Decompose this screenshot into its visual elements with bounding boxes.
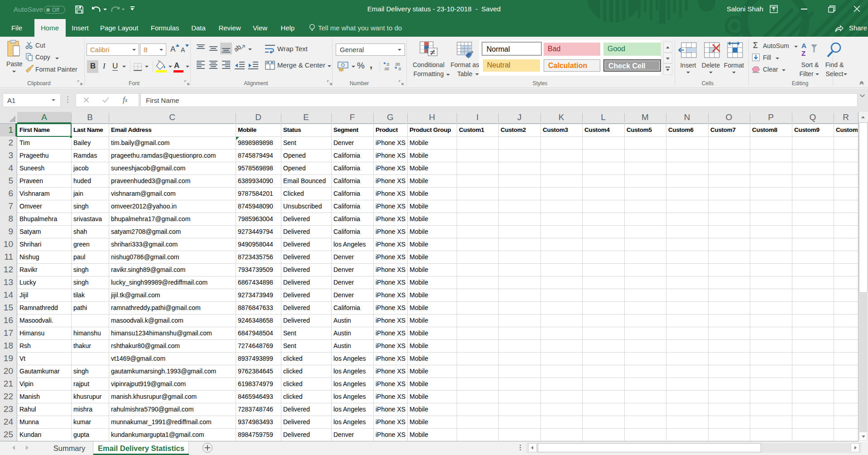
svg-text:Z: Z	[801, 49, 805, 57]
svg-text:.00: .00	[395, 62, 400, 67]
svg-text:.0: .0	[386, 62, 389, 67]
svg-text:A: A	[801, 42, 806, 49]
svg-text:.00: .00	[384, 67, 389, 71]
svg-text:.0: .0	[398, 67, 401, 71]
